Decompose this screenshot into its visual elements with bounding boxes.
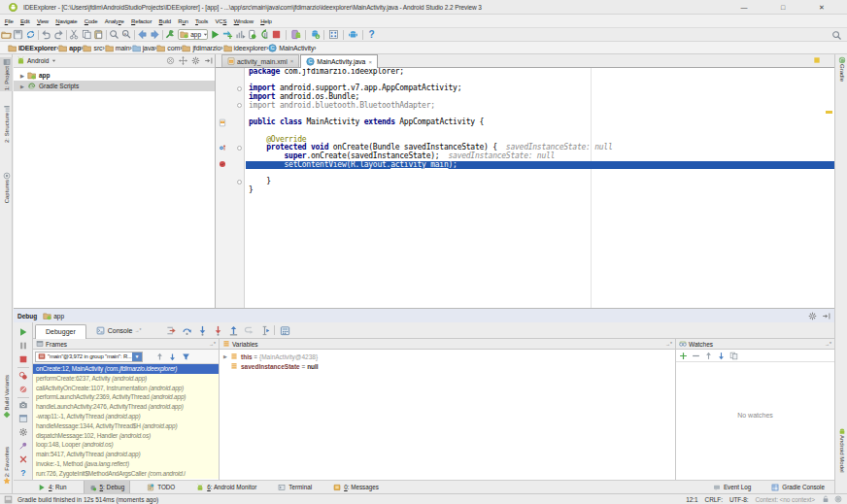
- step-over-button[interactable]: [179, 323, 194, 337]
- breadcrumb-ideexplorer[interactable]: IDEExplorer: [8, 44, 56, 52]
- back-button[interactable]: [136, 28, 149, 41]
- profile-button[interactable]: [234, 28, 247, 41]
- undo-button[interactable]: [40, 28, 52, 41]
- breadcrumb-ideexplorer[interactable]: ideexplorer: [223, 44, 267, 52]
- attach-debugger-button[interactable]: [246, 28, 258, 41]
- forward-button[interactable]: [149, 28, 161, 41]
- tool-stripe-1-project[interactable]: 1: Project: [0, 57, 13, 91]
- show-execution-point-button[interactable]: [163, 323, 179, 337]
- frame-row[interactable]: -wrap11:-1, ActivityThread (android.app): [33, 412, 219, 421]
- tool-stripe-build-variants[interactable]: Build Variants: [0, 374, 13, 420]
- toolwindow-button-gradle-console[interactable]: Gradle Console: [766, 481, 830, 494]
- heater-icon[interactable]: [834, 495, 842, 503]
- find-button[interactable]: [109, 28, 121, 41]
- encoding-indicator[interactable]: UTF-8:: [729, 496, 749, 503]
- menu-vcs[interactable]: VCS: [212, 18, 230, 24]
- hide-panel-icon[interactable]: [204, 56, 213, 65]
- save-all-button[interactable]: [13, 28, 25, 41]
- search-everywhere-button[interactable]: [830, 29, 843, 42]
- toolwindow-button-messages[interactable]: 0: Messages: [328, 481, 384, 494]
- tool-stripe-android-model[interactable]: Android Model: [835, 426, 847, 474]
- override-gutter-icon[interactable]: [219, 144, 226, 151]
- debug-tab-console[interactable]: Console→*: [86, 323, 152, 337]
- make-project-button[interactable]: [164, 28, 177, 41]
- frame-down-icon[interactable]: [168, 353, 177, 361]
- menu-run[interactable]: Run: [175, 18, 192, 24]
- frame-row[interactable]: onCreate:12, MainActivity (com.jfdimarzi…: [33, 364, 219, 374]
- gear-icon[interactable]: [191, 56, 200, 65]
- scroll-from-source-icon[interactable]: [179, 56, 187, 65]
- close-red-button[interactable]: [17, 453, 30, 466]
- tab-close-icon[interactable]: ×: [290, 58, 294, 64]
- menu-help[interactable]: Help: [256, 18, 275, 24]
- thread-dropdown-arrow[interactable]: ▼: [132, 352, 143, 362]
- menu-edit[interactable]: Edit: [17, 18, 33, 24]
- move-up-button[interactable]: [704, 352, 713, 360]
- sync-button[interactable]: [24, 28, 37, 41]
- code-editor[interactable]: package com.jfdimarzio.ideexplorer; impo…: [246, 68, 834, 308]
- editor-tab-MainActivity-java[interactable]: CMainActivity.java×: [300, 54, 378, 68]
- tab-close-icon[interactable]: ×: [368, 59, 372, 65]
- tool-stripe-2-favorites[interactable]: 2: Favorites: [0, 446, 13, 486]
- mute-breakpoints-button[interactable]: [17, 383, 30, 396]
- fold-marker[interactable]: [237, 180, 242, 185]
- menu-code[interactable]: Code: [81, 18, 101, 24]
- toolwindow-button-event-log[interactable]: Event Log: [708, 481, 756, 494]
- variable-row-this[interactable]: ▶this = {MainActivity@4238}: [220, 352, 675, 361]
- variables-pin-icon[interactable]: →*: [665, 341, 672, 347]
- breadcrumb-src[interactable]: src: [83, 44, 102, 52]
- maximize-button[interactable]: □: [763, 0, 802, 15]
- force-step-into-button[interactable]: [210, 323, 225, 337]
- tool-stripe-2-structure[interactable]: 2: Structure: [0, 104, 13, 144]
- redo-button[interactable]: [52, 28, 65, 41]
- thread-selector[interactable]: "main"@3,972 in group "main": R... ▼: [35, 352, 143, 362]
- menu-build[interactable]: Build: [155, 18, 175, 24]
- open-button[interactable]: [0, 28, 13, 41]
- sdk-manager-button[interactable]: [309, 28, 322, 41]
- cut-button[interactable]: [68, 28, 81, 41]
- settings-gear-button[interactable]: [17, 425, 30, 439]
- menu-analyze[interactable]: Analyze: [101, 18, 127, 24]
- menu-view[interactable]: View: [33, 18, 51, 24]
- lock-icon[interactable]: [822, 495, 830, 503]
- run-configuration-selector[interactable]: app: [178, 29, 208, 40]
- warning-stripe-mark[interactable]: [826, 111, 832, 114]
- toolwindow-toggle-icon[interactable]: [4, 495, 13, 504]
- debug-hide-icon[interactable]: [822, 312, 830, 320]
- frame-row[interactable]: performCreate:6237, Activity (android.ap…: [33, 374, 219, 384]
- tree-expand-arrow[interactable]: ▶: [20, 73, 27, 79]
- stop-button[interactable]: [271, 28, 284, 41]
- pin-tab-button[interactable]: [17, 439, 30, 453]
- locate-icon[interactable]: [166, 56, 175, 65]
- variable-row-savedInstanceState[interactable]: savedInstanceState = null: [220, 361, 675, 371]
- filter-icon[interactable]: [182, 353, 190, 361]
- run-to-cursor-button[interactable]: [256, 323, 272, 337]
- paste-button[interactable]: [92, 28, 105, 41]
- menu-tools[interactable]: Tools: [191, 18, 211, 24]
- help-blue-button[interactable]: ?: [17, 466, 30, 480]
- resume-button[interactable]: [17, 325, 30, 339]
- stop-red-button[interactable]: [17, 353, 30, 366]
- remove-watch-button[interactable]: [692, 352, 700, 360]
- duplicate-watch-button[interactable]: [729, 352, 738, 360]
- pause-button[interactable]: [17, 339, 30, 353]
- close-button[interactable]: ✕: [802, 0, 841, 15]
- step-out-button[interactable]: [225, 323, 241, 337]
- frame-row[interactable]: dispatchMessage:102, Handler (android.os…: [33, 431, 219, 441]
- class-gutter-icon[interactable]: [219, 118, 226, 127]
- menu-refactor[interactable]: Refactor: [127, 18, 154, 24]
- menu-window[interactable]: Window: [230, 18, 257, 24]
- frame-up-icon[interactable]: [155, 353, 164, 361]
- restore-layout-button[interactable]: [17, 412, 30, 425]
- minimize-button[interactable]: —: [725, 0, 763, 15]
- breadcrumb-mainactivity[interactable]: CMainActivity: [268, 44, 314, 52]
- toolwindow-button-terminal[interactable]: Terminal: [273, 481, 317, 494]
- frame-row[interactable]: loop:148, Looper (android.os): [33, 440, 219, 450]
- copy-button[interactable]: [81, 28, 93, 41]
- thread-dump-button[interactable]: [17, 398, 30, 412]
- menu-file[interactable]: File: [1, 18, 17, 24]
- breadcrumb-com[interactable]: com: [156, 44, 180, 52]
- frame-row[interactable]: invoke:-1, Method (java.lang.reflect): [33, 459, 219, 469]
- frame-row[interactable]: main:5417, ActivityThread (android.app): [33, 450, 219, 459]
- caret-position[interactable]: 12:1: [686, 496, 697, 503]
